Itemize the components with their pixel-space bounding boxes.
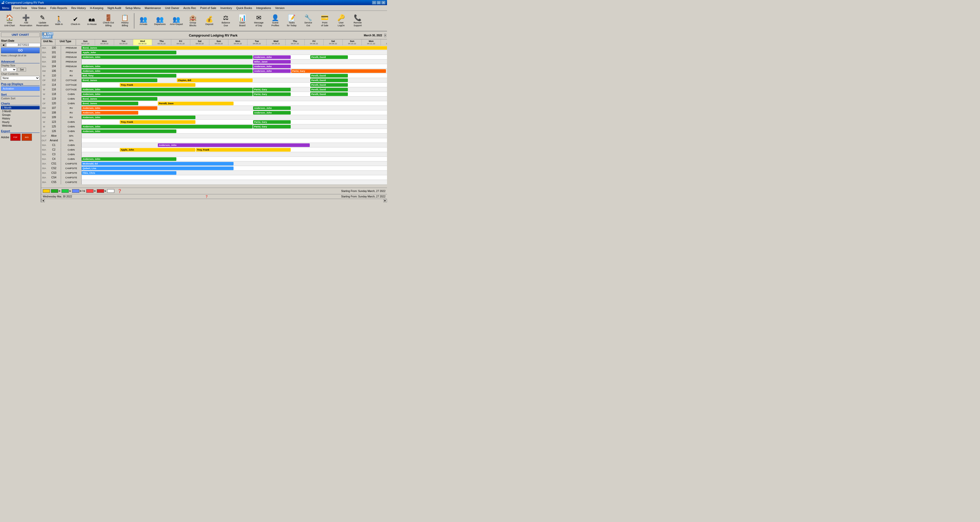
reservation-bar[interactable]: Clayten, Bill [177,78,253,82]
set-button[interactable]: Set [18,68,26,71]
cell-unit-no[interactable]: 107 [47,106,61,110]
reservation-bar[interactable]: Troy, Frank [196,148,291,152]
menu-item-point-of-sale[interactable]: Point of Sale [198,5,218,11]
reservation-bar[interactable]: Perelli, David [310,92,348,96]
menu-item-version[interactable]: Version [273,5,286,11]
title-bar-controls[interactable]: − □ × [372,1,385,5]
reservation-bar[interactable]: Parisi, Gary [253,92,291,96]
reservation-bar[interactable]: Perelli, David [310,56,348,59]
cell-unit-no[interactable]: Alice [47,133,61,138]
menu-item-menu[interactable]: Menu [0,5,11,11]
history-billing-button[interactable]: 📋 HistoryBilling [117,11,133,30]
cell-unit-no[interactable]: 112 [47,78,61,83]
remote-support-button[interactable]: 📞 RemoteSupport [350,11,366,30]
reservation-bar[interactable]: Bell, Tony [82,74,177,78]
chart-item-history[interactable]: History [1,117,40,120]
cell-unit-no[interactable]: 114 [47,83,61,87]
reservation-bar[interactable]: Anderson, John [82,111,138,114]
reservation-bar[interactable]: Anderson, John [253,65,291,68]
reservation-bar[interactable]: Anderson, John [82,92,253,96]
chart-item-web/ota[interactable]: Web/ota [1,124,40,127]
menu-item-night-audit[interactable]: Night Audit [105,5,123,11]
menu-item-quick-books[interactable]: Quick Books [234,5,254,11]
cell-unit-no[interactable]: 106 [47,69,61,73]
reservation-bar[interactable]: Bond, James [82,97,158,101]
legend-help-icon[interactable]: ❓ [118,189,122,193]
reservation-bar[interactable]: Parisi, Gary [253,125,291,129]
reservation-bar[interactable]: Perelli, David [310,83,348,87]
date-input[interactable] [6,43,40,47]
group-blocks-button[interactable]: 🏨 GroupBlocks [185,11,201,30]
point-of-sale-button[interactable]: 💳 Pointof Sale [317,11,332,30]
guest-profiles-button[interactable]: 👤 GuestProfiles [267,11,283,30]
cell-unit-no[interactable]: CS2 [47,166,61,170]
reservation-bar[interactable]: Anderson, John [158,143,310,147]
reservation-bar[interactable]: Qubert, Lisa [82,167,234,170]
export-img-thumb[interactable]: IMG [22,133,32,141]
check-in-button[interactable]: ✔ Check-In [67,11,83,30]
reservation-bar[interactable]: Anderson, John [82,88,253,91]
reservation-bar[interactable]: Anderson, John [82,65,253,68]
check-out-button[interactable]: 🚪 Check-OutBilling [100,11,116,30]
date-prev-button[interactable]: ◀ [1,43,6,47]
chart-item-hourly[interactable]: Hourly [1,121,40,124]
legend-color-box[interactable] [43,189,50,193]
menu-item-inventory[interactable]: Inventory [218,5,234,11]
reservation-bar[interactable]: Parisi, Gary [291,69,386,73]
scroll-left-button[interactable]: ◀ [41,199,45,202]
reservation-bar[interactable]: Troy, Frank [120,83,196,87]
custom-sort-item[interactable]: Custom Sort [1,97,40,100]
reservation-bar[interactable]: Anderson, John [253,111,291,114]
menu-item-setup-menu[interactable]: Setup Menu [123,5,143,11]
chart-item-1-month[interactable]: 1 Month [1,106,40,109]
walk-in-button[interactable]: 🚶 Walk-In [51,11,67,30]
export-pdf-thumb[interactable]: PDF [10,133,21,141]
reservation-bar[interactable]: Anderson, John [82,130,177,133]
cell-unit-no[interactable]: CS4 [47,175,61,180]
cell-unit-no[interactable]: CS5 [47,180,61,184]
activation-button[interactable]: Activation [1,86,40,91]
reservation-bar[interactable]: Anderson, John [82,106,158,110]
reservation-bar[interactable]: Parisi, Gary [253,120,291,124]
cell-unit-no[interactable]: 118 [47,92,61,96]
reservation-bar[interactable]: Fikis, Chris [82,171,177,175]
cell-unit-no[interactable]: 123 [47,120,61,124]
cell-unit-no[interactable]: 108 [47,110,61,115]
chart-item-groups[interactable]: Groups [1,113,40,117]
reservation-bar[interactable]: Perelli, David [310,74,348,78]
deposit-button[interactable]: 💰 Deposit [201,11,217,30]
cell-unit-no[interactable]: Amand [47,138,61,143]
cell-unit-no[interactable]: C2 [47,148,61,152]
cell-unit-no[interactable]: 125 [47,124,61,129]
reservation-bar[interactable]: Anderson, John [82,157,177,161]
reservation-bar[interactable]: Perrelli, Dave [158,102,234,105]
cell-unit-no[interactable]: 100 [47,46,61,50]
reservation-bar[interactable]: Miller, Janet [253,60,291,63]
cell-unit-no[interactable]: CS1 [47,161,61,166]
cell-unit-no[interactable]: 119 [47,97,61,101]
menu-item-folio-reports[interactable]: Folio Reports [48,5,69,11]
horizontal-scrollbar[interactable] [45,199,383,202]
cell-unit-no[interactable]: 116 [47,87,61,92]
cell-unit-no[interactable]: 103 [47,59,61,64]
reservation-bar[interactable]: Bond, James [82,78,158,82]
departures-button[interactable]: 👥 Departures [152,11,168,30]
legend-color-box[interactable] [72,189,79,193]
close-button[interactable]: × [381,1,385,5]
reservation-bar[interactable]: Apple, John [82,51,177,54]
cell-unit-no[interactable]: C1 [47,143,61,147]
menu-item-h-keeping[interactable]: H-Keeping [88,5,105,11]
update-reservation-button[interactable]: ✎ UpdateReservation [35,11,51,30]
legend-color-box[interactable] [107,189,115,193]
reservation-bar[interactable]: Perelli, David [310,78,348,82]
minimize-button[interactable]: − [372,1,376,5]
menu-item-integrations[interactable]: Integrations [254,5,273,11]
menu-item-front-desk[interactable]: Front Desk [11,5,29,11]
reservation-bar[interactable]: Anderson, John [253,56,291,59]
go-button[interactable]: GO [1,48,40,53]
cell-unit-no[interactable]: 120 [47,101,61,106]
menu-item-view-status[interactable]: View Status [29,5,48,11]
legend-color-box[interactable] [62,189,69,193]
reservation-bar[interactable]: Anderson, John [82,125,253,129]
reservation-bar[interactable]: Perelli, David [310,88,348,91]
